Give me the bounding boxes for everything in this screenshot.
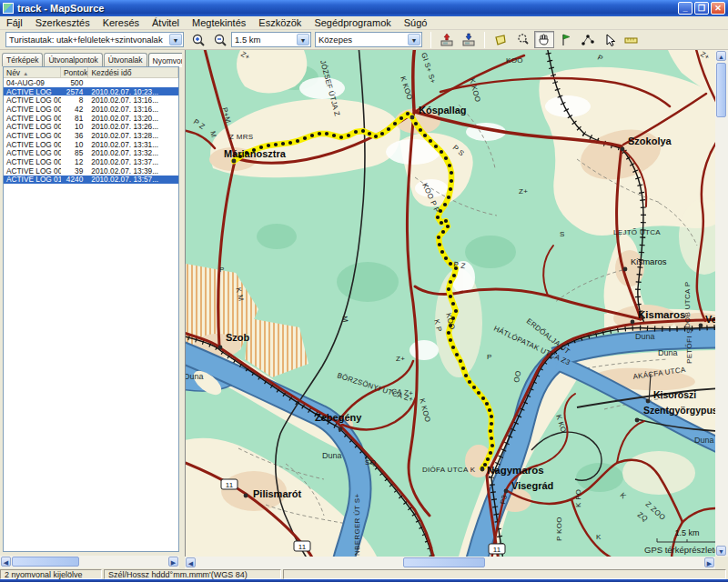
table-row[interactable]: ACTIVE LOG 005362010.02.07. 13:28...	[4, 131, 178, 140]
table-cell: 85	[61, 148, 89, 157]
table-row[interactable]: ACTIVE LOG 004102010.02.07. 13:26...	[4, 122, 178, 131]
tab--tvonalak[interactable]: Útvonalak	[104, 53, 147, 66]
map-horizontal-scrollbar[interactable]: ◀ ▶	[185, 557, 715, 569]
cursor-arrow-icon	[602, 33, 617, 47]
track-point	[281, 142, 285, 146]
selection-arrow-tool-button[interactable]	[600, 31, 620, 48]
zoom-in-button[interactable]	[188, 31, 208, 48]
street-label: K PO	[574, 489, 582, 507]
menu-item-átvitel[interactable]: Átvitel	[146, 17, 186, 28]
tab--tvonalpontok[interactable]: Útvonalpontok	[44, 53, 102, 66]
table-cell: 4240	[61, 175, 89, 184]
track-point	[490, 436, 493, 440]
table-row[interactable]: ACTIVE LOG25742010.02.07. 10:23...	[4, 87, 178, 96]
menu-item-megtekintés[interactable]: Megtekintés	[186, 17, 252, 28]
table-cell: ACTIVE LOG 005	[4, 131, 61, 140]
map-select-tool-button[interactable]	[490, 31, 511, 48]
town-label: Szob	[226, 332, 250, 343]
measure-ruler-tool-button[interactable]	[622, 31, 642, 48]
chevron-down-icon[interactable]: ▼	[169, 34, 182, 45]
track-point	[449, 187, 452, 191]
table-cell: ACTIVE LOG 009	[4, 166, 61, 176]
street-label: LEJTŐ UTCA	[613, 228, 661, 236]
send-to-device-button[interactable]	[437, 31, 457, 48]
receive-from-device-button[interactable]	[459, 31, 479, 48]
menu-item-szerkesztés[interactable]: Szerkesztés	[29, 17, 96, 28]
title-bar: track - MapSource _ ❐ ✕	[0, 0, 728, 16]
scroll-left-icon[interactable]: ◀	[186, 557, 196, 567]
zoom-out-button[interactable]	[210, 31, 230, 48]
table-row[interactable]: ACTIVE LOG 006102010.02.07. 13:31...	[4, 140, 178, 149]
menu-item-fájl[interactable]: Fájl	[0, 17, 29, 28]
table-body: 04-AUG-09500ACTIVE LOG25742010.02.07. 10…	[4, 78, 178, 184]
pan-hand-tool-button[interactable]	[534, 31, 554, 48]
detail-level-combo[interactable]: Közepes ▼	[315, 32, 422, 47]
street-label: DOB UTCA P	[683, 282, 692, 328]
map-canvas[interactable]: JÓZSEF ÚTJA ZKOOPK KOOGI S+ S+K KOOP SKO…	[185, 50, 715, 557]
street-label: P KOO	[555, 517, 563, 541]
table-cell: 2574	[61, 87, 89, 96]
table-row[interactable]: ACTIVE LOG 00182010.02.07. 13:16...	[4, 95, 178, 105]
column-header-starttime[interactable]: Kezdési idő	[88, 67, 178, 77]
track-point	[429, 139, 432, 143]
send-to-device-icon	[440, 33, 455, 47]
scroll-down-icon[interactable]: ▼	[716, 546, 726, 556]
column-header-points[interactable]: Pontok	[61, 67, 89, 77]
street-label: SQ	[365, 458, 376, 467]
menu-item-eszközök[interactable]: Eszközök	[252, 17, 308, 28]
town-label: Visegrád	[511, 480, 553, 491]
waypoint-flag-tool-button[interactable]	[556, 31, 576, 48]
table-cell: ACTIVE LOG 007	[4, 148, 61, 157]
map-vertical-scrollbar[interactable]: ▲ ▼	[715, 50, 728, 557]
town-label: Kisoroszi	[653, 389, 696, 400]
menu-item-súgó[interactable]: Súgó	[398, 17, 434, 28]
town-dot	[631, 320, 635, 325]
table-cell: ACTIVE LOG 006	[4, 140, 61, 149]
menu-item-keresés[interactable]: Keresés	[96, 17, 146, 28]
road-shield-number: 11	[493, 546, 501, 554]
scrollbar-thumb[interactable]	[12, 557, 79, 567]
table-row[interactable]: ACTIVE LOG 002422010.02.07. 13:16...	[4, 105, 178, 114]
track-point	[472, 386, 476, 389]
track-point	[339, 135, 343, 139]
table-cell: ACTIVE LOG 004	[4, 122, 61, 131]
track-point	[489, 451, 492, 455]
map-attribution: GPS térképrészletek	[644, 545, 715, 555]
table-row[interactable]: ACTIVE LOG 01042402010.02.07. 13:57...	[4, 176, 178, 185]
track-tool-button[interactable]	[578, 31, 598, 48]
chevron-down-icon[interactable]: ▼	[408, 34, 420, 45]
scroll-left-icon[interactable]: ◀	[1, 557, 11, 567]
column-header-name[interactable]: Név▲	[4, 67, 61, 77]
table-row[interactable]: ACTIVE LOG 009392010.02.07. 13:39...	[4, 166, 178, 176]
tab-t-rk-pek[interactable]: Térképek	[2, 53, 43, 66]
track-point	[296, 139, 299, 143]
panel-horizontal-scrollbar[interactable]: ◀ ▶	[0, 556, 179, 568]
menu-item-segédprogramok[interactable]: Segédprogramok	[308, 17, 397, 28]
scale-label: 1.5 km	[674, 528, 699, 537]
map-product-combo[interactable]: Turistautak: utak+felületek+szintvonalak…	[5, 32, 184, 47]
track-point	[361, 129, 365, 133]
town-label: Márianosztra	[224, 148, 287, 159]
table-row[interactable]: ACTIVE LOG 007852010.02.07. 13:32...	[4, 149, 178, 158]
town-dot	[410, 115, 415, 120]
scroll-right-icon[interactable]: ▶	[168, 557, 178, 567]
minimize-button[interactable]: _	[678, 2, 693, 15]
track-point	[444, 256, 448, 260]
chevron-down-icon[interactable]: ▼	[297, 34, 309, 45]
town-dot	[244, 494, 248, 498]
scrollbar-corner	[715, 557, 728, 569]
table-row[interactable]: ACTIVE LOG 008122010.02.07. 13:37...	[4, 157, 178, 166]
scroll-up-icon[interactable]: ▲	[716, 51, 726, 61]
table-row[interactable]: 04-AUG-09500	[4, 78, 178, 87]
restore-button[interactable]: ❐	[694, 2, 709, 15]
track-point	[441, 230, 445, 234]
zoom-scale-combo[interactable]: 1.5 km ▼	[231, 32, 311, 47]
zoom-tool-button[interactable]	[512, 31, 532, 48]
close-button[interactable]: ✕	[711, 2, 725, 15]
scroll-right-icon[interactable]: ▶	[704, 557, 714, 567]
scrollbar-thumb[interactable]	[716, 63, 726, 117]
scrollbar-thumb[interactable]	[403, 557, 485, 567]
status-bar: 2 nyomvonal kijelölve Szél/Hossz hddd°mm…	[0, 569, 728, 579]
table-row[interactable]: ACTIVE LOG 003812010.02.07. 13:20...	[4, 114, 178, 123]
track-point	[303, 136, 307, 140]
